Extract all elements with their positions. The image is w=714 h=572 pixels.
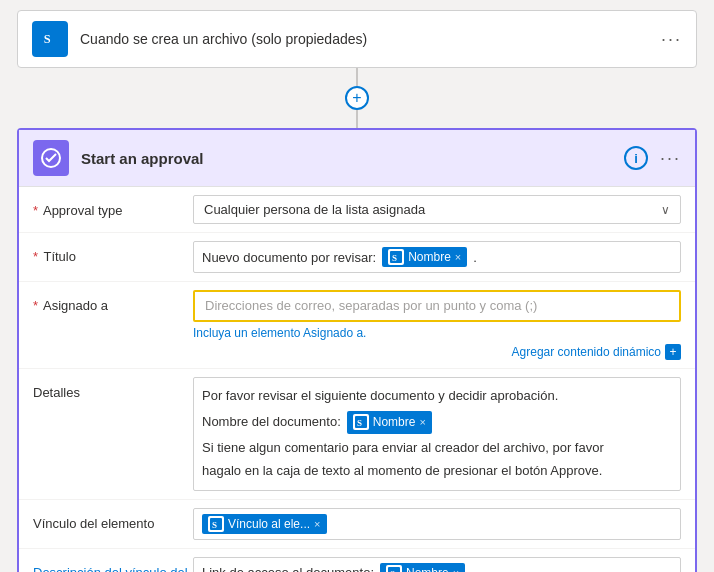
titulo-label: * Título [33, 241, 193, 264]
required-star: * [33, 203, 38, 218]
required-star: * [33, 249, 38, 264]
detalles-line1: Por favor revisar el siguiente documento… [202, 386, 672, 407]
detalles-row: Detalles Por favor revisar el siguiente … [19, 369, 695, 500]
descripcion-tag-close[interactable]: × [453, 567, 459, 572]
asignado-row: * Asignado a Direcciones de correo, sepa… [19, 282, 695, 369]
titulo-suffix: . [473, 250, 477, 265]
descripcion-vinculo-control: Link de acceso al documento: S Nombre × [193, 557, 681, 572]
action-dots[interactable]: ··· [660, 148, 681, 169]
detalles-line3: Si tiene algun comentario para enviar al… [202, 438, 672, 459]
top-connector: + [345, 68, 369, 128]
trigger-card: S Cuando se crea un archivo (solo propie… [17, 10, 697, 68]
sharepoint-icon: S [388, 249, 404, 265]
connector-line-bottom [356, 110, 358, 128]
required-star: * [33, 298, 38, 313]
sharepoint-icon-detalles: S [353, 414, 369, 430]
action-header: Start an approval i ··· [19, 130, 695, 187]
vinculo-input[interactable]: S Vínculo al ele... × [193, 508, 681, 540]
asignado-label: * Asignado a [33, 290, 193, 313]
descripcion-vinculo-row: Descripción del vínculo del elemento Lin… [19, 549, 695, 572]
vinculo-row: Vínculo del elemento S Vínculo al ele...… [19, 500, 695, 549]
svg-text:S: S [44, 32, 51, 46]
detalles-control: Por favor revisar el siguiente documento… [193, 377, 681, 491]
action-card: Start an approval i ··· * Approval type … [17, 128, 697, 572]
svg-text:S: S [392, 253, 397, 263]
svg-text:S: S [390, 569, 395, 572]
trigger-icon: S [32, 21, 68, 57]
descripcion-nombre-tag: S Nombre × [380, 563, 465, 572]
svg-text:S: S [212, 520, 217, 530]
descripcion-vinculo-label: Descripción del vínculo del elemento [33, 557, 193, 572]
action-title: Start an approval [81, 150, 612, 167]
approval-type-row: * Approval type Cualquier persona de la … [19, 187, 695, 233]
info-button[interactable]: i [624, 146, 648, 170]
sharepoint-icon-vinculo: S [208, 516, 224, 532]
add-dynamic-content[interactable]: Agregar contenido dinámico + [193, 344, 681, 360]
titulo-tag: S Nombre × [382, 247, 467, 267]
vinculo-label: Vínculo del elemento [33, 508, 193, 531]
detalles-line4: hagalo en la caja de texto al momento de… [202, 461, 672, 482]
detalles-tag-close[interactable]: × [419, 414, 425, 432]
titulo-input[interactable]: Nuevo documento por revisar: S Nombre × … [193, 241, 681, 273]
asignado-control: Direcciones de correo, separadas por un … [193, 290, 681, 360]
connector-line-top [356, 68, 358, 86]
trigger-dots[interactable]: ··· [661, 29, 682, 50]
vinculo-tag: S Vínculo al ele... × [202, 514, 327, 534]
flow-container: S Cuando se crea un archivo (solo propie… [0, 0, 714, 572]
approval-type-label: * Approval type [33, 195, 193, 218]
asignado-input[interactable]: Direcciones de correo, separadas por un … [193, 290, 681, 322]
titulo-row: * Título Nuevo documento por revisar: S … [19, 233, 695, 282]
detalles-input[interactable]: Por favor revisar el siguiente documento… [193, 377, 681, 491]
vinculo-tag-close[interactable]: × [314, 518, 320, 530]
vinculo-control: S Vínculo al ele... × [193, 508, 681, 540]
detalles-line2: Nombre del documento: S Nombre × [202, 411, 672, 434]
approval-type-dropdown[interactable]: Cualquier persona de la lista asignada ∨ [193, 195, 681, 224]
svg-text:S: S [357, 418, 362, 428]
trigger-title: Cuando se crea un archivo (solo propieda… [80, 31, 649, 47]
descripcion-vinculo-input[interactable]: Link de acceso al documento: S Nombre × [193, 557, 681, 572]
action-icon [33, 140, 69, 176]
sharepoint-icon-descripcion: S [386, 565, 402, 572]
add-step-button[interactable]: + [345, 86, 369, 110]
add-dynamic-icon[interactable]: + [665, 344, 681, 360]
titulo-control: Nuevo documento por revisar: S Nombre × … [193, 241, 681, 273]
dropdown-arrow-icon: ∨ [661, 203, 670, 217]
detalles-label: Detalles [33, 377, 193, 400]
approval-type-control: Cualquier persona de la lista asignada ∨ [193, 195, 681, 224]
titulo-prefix-text: Nuevo documento por revisar: [202, 250, 376, 265]
form-body: * Approval type Cualquier persona de la … [19, 187, 695, 572]
detalles-nombre-tag: S Nombre × [347, 411, 432, 434]
asignado-error-message: Incluya un elemento Asignado a. [193, 326, 681, 340]
titulo-tag-close[interactable]: × [455, 251, 461, 263]
